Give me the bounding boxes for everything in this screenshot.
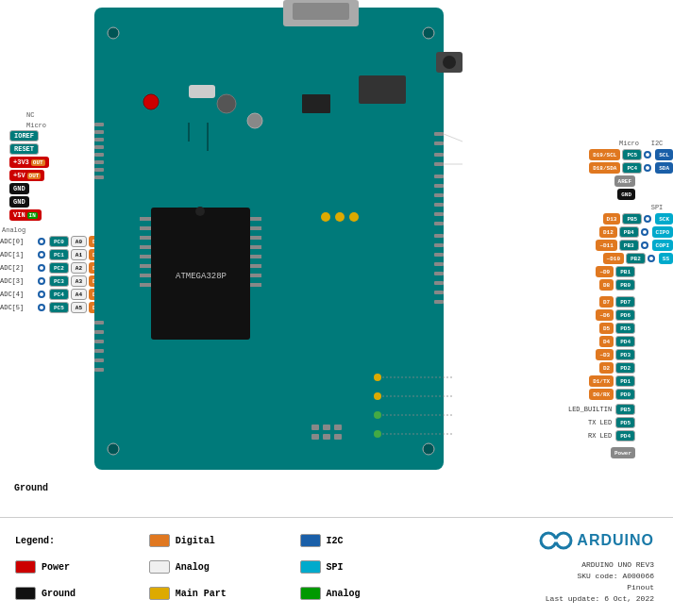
pd0-pill: PD0	[615, 389, 635, 400]
lpin-a5	[94, 368, 104, 372]
vreg	[359, 75, 406, 104]
d12-pill: D12	[599, 226, 617, 238]
ground-swatch	[15, 587, 36, 600]
right-pins-area: Micro I2C D19/SCL PC5 SCL D18/SDA PC4 SD…	[568, 140, 673, 460]
crystal	[189, 85, 215, 98]
d8-row: D8 PB0	[599, 279, 673, 291]
adc1-row: ADC[1] PC1 A1 D15	[0, 249, 107, 260]
adc0-label: ADC[0]	[0, 238, 36, 245]
d4-row: D4 PD4	[599, 336, 673, 347]
main-container: NC Micro IOREF RESET +3V3 OUT	[0, 0, 673, 616]
micro-label-left: Micro	[0, 122, 107, 129]
legend-section: Legend: Digital I2C Power Analog	[0, 517, 673, 616]
adc2-label: ADC[2]	[0, 264, 36, 272]
legend-analog-green: Analog	[300, 587, 415, 600]
d10-dot	[648, 255, 655, 262]
arduino-info: ARDUINO UNO REV3 SKU code: A000066 Pinou…	[546, 559, 654, 605]
legend-grid: Legend: Digital I2C Power Analog	[11, 525, 492, 608]
legend-main-part: Main Part	[149, 587, 281, 600]
legend-digital: Digital	[149, 534, 281, 547]
rpin-d5	[434, 253, 444, 257]
legend-spi: SPI	[300, 560, 415, 574]
rpin-gnd	[434, 162, 444, 166]
d3-pill: ~D3	[596, 349, 614, 360]
pd6-pill: PD6	[615, 309, 635, 321]
type-line: Pinout	[546, 582, 654, 593]
pd2-pill: PD2	[615, 362, 635, 374]
gnd-right-pill: GND	[617, 189, 635, 200]
d11-row: ~D11 PB3 COPI	[596, 240, 673, 251]
d6-row: ~D6 PD6	[596, 309, 673, 321]
adc4-d: D18	[89, 289, 107, 300]
rpin-d0	[434, 300, 444, 304]
pc4-pill: PC4	[622, 162, 642, 174]
atmega-chip	[151, 208, 250, 340]
pd7-pill: PD7	[615, 296, 635, 308]
mount-hole-tl	[108, 27, 119, 39]
lpin-a1	[94, 330, 104, 334]
d7-pill: D7	[599, 296, 614, 308]
gnd-right-row: GND	[617, 189, 673, 200]
adc4-row: ADC[4] PC4 A4 D18	[0, 289, 107, 300]
adc1-label: ADC[1]	[0, 251, 36, 258]
chip-pin-r6	[250, 264, 261, 268]
icsp-3	[334, 425, 342, 430]
tx-led-row: TX LED PD5	[588, 417, 673, 428]
icsp-1	[311, 425, 319, 430]
d18-dot	[644, 164, 651, 172]
d0-row: D0/RX PD0	[589, 389, 673, 400]
adc4-micro: PC4	[49, 289, 69, 300]
d9-pill: ~D9	[596, 266, 614, 277]
d19-dot	[644, 151, 651, 158]
pb5-led-pill: PB5	[615, 404, 635, 415]
adc0-micro: PC0	[49, 236, 69, 247]
icsp-5	[323, 434, 330, 440]
chip-text: ATMEGA328P	[176, 272, 227, 281]
legend-ground: Ground	[15, 587, 130, 600]
chip-pin-l8	[140, 283, 151, 287]
pb1-pill: PB1	[615, 266, 635, 277]
pc5-pill: PC5	[622, 149, 642, 160]
digital-swatch	[149, 534, 170, 547]
power-row: Power	[611, 447, 673, 458]
d11-dot	[641, 241, 648, 249]
rpin-d19	[434, 132, 444, 136]
pb4-pill: PB4	[619, 226, 639, 238]
mount-hole-bl	[108, 443, 119, 455]
power-pill: Power	[611, 447, 635, 458]
pb3-pill: PB3	[619, 240, 639, 251]
adc1-d: D15	[89, 249, 107, 260]
legend-power: Power	[15, 560, 130, 574]
ground-label-legend: Ground	[42, 589, 76, 599]
d6-pill: ~D6	[596, 309, 614, 321]
chip-pin-l7	[140, 274, 151, 277]
sck-pill: SCK	[655, 213, 673, 225]
adc2-dot	[38, 264, 45, 272]
micro-label-right: Micro	[582, 140, 639, 147]
power-swatch	[15, 560, 36, 574]
d12-dot	[641, 228, 648, 236]
led-builtin-label: LED_BUILTIN	[568, 406, 612, 413]
osc3	[349, 212, 359, 222]
rpin-d13	[434, 175, 444, 178]
chip-pin-r3	[250, 236, 261, 240]
chip-pin-r1	[250, 217, 261, 221]
adc2-a: A2	[71, 262, 87, 274]
sda-pill: SDA	[655, 162, 673, 174]
adc4-dot	[38, 291, 45, 298]
ss-pill: SS	[659, 253, 673, 264]
power-jack	[436, 52, 463, 73]
analog-white-label: Analog	[176, 562, 210, 573]
chip-pin-r8	[250, 283, 261, 287]
main-part-label: Main Part	[176, 589, 227, 599]
cap2	[247, 113, 262, 128]
rx-led-row: RX LED PD4	[588, 430, 673, 441]
analog-label-left: Analog	[0, 226, 107, 234]
power-dot	[374, 430, 381, 438]
sku-line: SKU code: A000066	[546, 571, 654, 582]
pb0-pill: PB0	[615, 279, 635, 291]
d1-row: D1/TX PD1	[589, 375, 673, 387]
led-builtin-dot	[374, 374, 381, 381]
adc3-dot	[38, 277, 45, 285]
lpin-a4	[94, 358, 104, 362]
